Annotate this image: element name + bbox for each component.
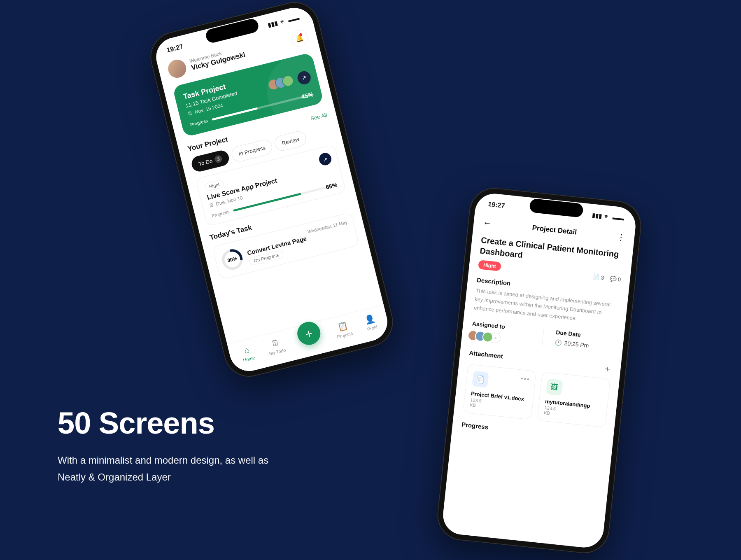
attachment-card[interactable]: ••• 📄 Project Brief v1.docx 123.5 KB — [463, 364, 536, 420]
chip-count-badge: 3 — [214, 154, 223, 163]
member-avatar — [274, 76, 288, 90]
clipboard-icon: 📋 — [336, 320, 349, 332]
signal-icon: ▮▮▮ — [592, 212, 602, 219]
back-button[interactable]: ← — [482, 217, 492, 229]
phone-mockup-home: 19:27 ▮▮▮ ᯤ ▬▬ Welcome Back Vicky Gulgow… — [145, 0, 398, 382]
wifi-icon: ᯤ — [604, 213, 611, 220]
calendar-icon: 🗓 — [187, 110, 193, 117]
image-icon: 🖼 — [546, 379, 563, 396]
phone-mockup-detail: 19:27 ▮▮▮ ᯤ ▬▬ ← Project Detail ⋮ Create… — [435, 185, 644, 555]
member-avatar — [267, 77, 281, 91]
signal-icon: ▮▮▮ — [267, 20, 278, 28]
notifications-button[interactable]: 🔔 — [289, 28, 309, 48]
nav-home[interactable]: ⌂ Home — [240, 344, 255, 363]
comments-meta[interactable]: 💬 0 — [609, 275, 621, 282]
attachment-heading: Attachment — [469, 349, 503, 360]
avatar[interactable] — [166, 58, 188, 79]
status-time: 19:27 — [488, 201, 506, 210]
nav-projects[interactable]: 📋 Projects — [333, 320, 353, 339]
clock-icon: 🕒 — [555, 339, 562, 346]
progress-percent: 65% — [325, 181, 338, 190]
open-arrow-button[interactable]: ↗ — [296, 70, 312, 86]
add-attachment-button[interactable]: ＋ — [603, 363, 612, 375]
file-icon: 📄 — [592, 273, 599, 280]
progress-label: Progress — [211, 209, 230, 218]
progress-label: Progress — [190, 118, 209, 127]
chip-in-progress[interactable]: In Progress — [230, 138, 274, 163]
attachment-more-icon[interactable]: ••• — [520, 375, 531, 383]
attachments-meta[interactable]: 📄 3 — [592, 273, 604, 281]
status-time: 19:27 — [166, 43, 184, 54]
battery-icon: ▬▬ — [287, 14, 300, 23]
marketing-line2: Neatly & Organized Layer — [58, 469, 268, 486]
priority-badge: Hight — [478, 260, 501, 271]
nav-mytodo[interactable]: 🗓 My Todo — [266, 336, 287, 356]
marketing-line1: With a minimalist and modern design, as … — [58, 452, 268, 469]
page-title: Project Detail — [532, 224, 577, 236]
document-icon: 📄 — [472, 371, 489, 388]
marketing-headline: 50 Screens — [58, 406, 268, 441]
bottom-nav: ⌂ Home 🗓 My Todo ＋ 📋 Projects 👤 Profil — [227, 305, 391, 375]
person-icon: 👤 — [364, 313, 376, 325]
divider — [541, 328, 544, 348]
home-icon: ⌂ — [243, 345, 250, 355]
assigned-avatars[interactable]: + — [471, 330, 530, 347]
comment-icon: 💬 — [609, 275, 616, 282]
member-avatar — [281, 74, 295, 88]
add-member-button[interactable]: + — [489, 332, 501, 344]
due-date-value: 20:25 Pm — [564, 340, 589, 349]
fab-add-button[interactable]: ＋ — [295, 320, 323, 348]
chip-todo[interactable]: To Do 3 — [190, 149, 231, 173]
more-button[interactable]: ⋮ — [617, 232, 626, 243]
progress-percent: 45% — [301, 91, 314, 100]
calendar-icon: 🗓 — [270, 337, 280, 348]
task-card-avatars[interactable] — [270, 74, 295, 91]
see-all-link[interactable]: See All — [310, 112, 328, 121]
attachment-card[interactable]: 🖼 mytutoralandingp 123.5 KB — [537, 372, 611, 428]
battery-icon: ▬▬ — [612, 214, 624, 222]
nav-profil[interactable]: 👤 Profil — [364, 313, 378, 332]
calendar-icon: 🗓 — [208, 202, 214, 208]
marketing-block: 50 Screens With a minimalist and modern … — [58, 406, 268, 486]
chip-review[interactable]: Review — [273, 130, 308, 152]
progress-ring: 30% — [220, 247, 245, 272]
progress-ring-value: 30% — [227, 255, 238, 263]
wifi-icon: ᯤ — [279, 18, 286, 26]
